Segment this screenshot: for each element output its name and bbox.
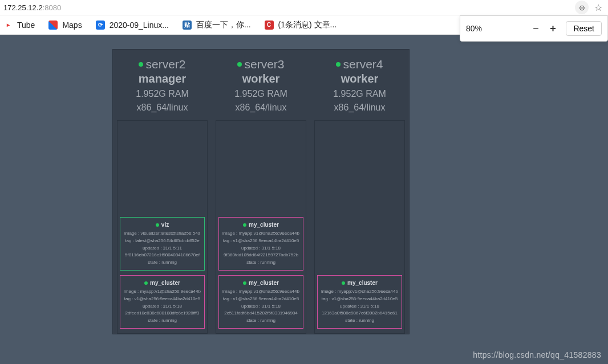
node-task-area: viz image : visualizer:latest@sha256:54d… [117,120,208,334]
url-display[interactable]: 172.25.12.2:8080 [3,3,61,12]
csdn-icon: C [265,21,274,30]
node-arch: x86_64/linux [115,103,209,113]
task-card-viz[interactable]: viz image : visualizer:latest@sha256:54d… [120,217,205,271]
status-dot-icon [237,62,242,67]
task-line: 9f360fdd105dd64f22159727bdb752b [220,252,302,259]
bookmark-label: Tube [17,21,35,30]
status-dot-icon [139,62,143,67]
bookmark-label: (1条消息) 文章... [278,20,337,30]
zoom-indicator-icon[interactable]: ⊖ [575,1,589,14]
node-column-server3: server3 worker 1.952G RAM x86_64/linux m… [212,50,310,334]
node-role: manager [115,72,209,85]
task-name: my_cluster [249,222,279,228]
task-line: state : running [121,259,203,267]
task-name: my_cluster [150,280,180,286]
node-name: server3 [244,58,284,71]
node-ram: 1.952G RAM [313,89,407,99]
zoom-in-button[interactable]: + [544,20,561,37]
task-line: tag : v1@sha256:9eeca44ba2d410e5 [220,296,302,303]
bookmark-youtube[interactable]: ▸Tube [3,21,35,30]
status-dot-icon [336,62,341,67]
task-line: 5f8116eb07216c1f9804084186678ef [121,252,203,259]
zoom-popover: 80% − + Reset [460,15,608,42]
task-name: my_cluster [249,280,279,286]
bookmark-label: 2020-09_Linux... [110,21,169,30]
swarm-board: server2 manager 1.952G RAM x86_64/linux … [112,49,410,334]
task-card-mycluster[interactable]: my_cluster image : myapp:v1@sha256:9eeca… [218,275,303,329]
task-name: viz [161,222,169,228]
task-line: image : myapp:v1@sha256:9eeca44b [319,288,400,296]
task-card-mycluster[interactable]: my_cluster image : myapp:v1@sha256:9eeca… [317,275,402,329]
node-task-area: my_cluster image : myapp:v1@sha256:9eeca… [216,120,306,334]
node-role: worker [313,72,407,85]
watermark-text: https://blog.csdn.net/qq_41582883 [473,350,601,359]
status-dot-icon [144,281,148,285]
zoom-reset-button[interactable]: Reset [566,21,602,36]
status-dot-icon [243,223,246,227]
task-line: image : myapp:v1@sha256:9eeca44b [220,288,302,296]
node-column-server4: server4 worker 1.952G RAM x86_64/linux m… [310,50,409,334]
url-port: :8080 [43,3,62,12]
status-dot-icon [156,223,159,227]
task-line: updated : 31/1 5:11 [121,245,203,252]
task-card-mycluster[interactable]: my_cluster image : myapp:v1@sha256:9eeca… [218,217,303,271]
task-line: updated : 31/1 5:18 [121,303,203,310]
linux-icon: ⟳ [96,21,105,30]
task-line: state : running [220,259,302,267]
youtube-icon: ▸ [3,21,13,30]
task-line: state : running [121,317,203,325]
baidu-icon: 贴 [183,21,192,30]
task-line: 2dfeed10e838c680108dfe6c1928fff3 [121,310,203,317]
node-header: server4 worker 1.952G RAM x86_64/linux [310,50,409,118]
node-header: server3 worker 1.952G RAM x86_64/linux [212,50,310,118]
status-dot-icon [243,281,246,285]
task-line: tag : v1@sha256:9eeca44ba2d410e5 [220,238,302,245]
bookmark-baidu[interactable]: 贴百度一下，你... [183,20,251,30]
task-card-mycluster[interactable]: my_cluster image : myapp:v1@sha256:9eeca… [120,275,205,329]
address-bar: 172.25.12.2:8080 ⊖ ☆ [0,0,608,15]
bookmark-star-icon[interactable]: ☆ [592,2,605,13]
node-arch: x86_64/linux [214,103,308,113]
node-arch: x86_64/linux [313,103,407,113]
bookmark-label: 百度一下，你... [196,20,251,30]
zoom-out-button[interactable]: − [527,20,544,37]
bookmarks-bar: ▸Tube Maps ⟳2020-09_Linux... 贴百度一下，你... … [0,15,608,35]
bookmark-label: Maps [62,21,82,30]
task-name: my_cluster [347,280,378,286]
node-ram: 1.952G RAM [115,89,209,99]
status-dot-icon [342,281,345,285]
task-line: updated : 31/1 5:18 [319,303,400,310]
task-line: image : visualizer:latest@sha256:54d [121,230,203,238]
node-role: worker [214,72,308,85]
task-line: state : running [220,317,302,325]
task-line: state : running [319,317,400,325]
task-line: updated : 31/1 5:18 [220,303,302,310]
task-line: updated : 31/1 5:18 [220,245,302,252]
task-line: tag : latest@sha256:54d65cbcbff52e [121,238,203,245]
task-line: 12163a0f588e9867c6f3982b6415e61 [319,310,400,317]
node-name: server2 [145,58,185,71]
bookmark-linux[interactable]: ⟳2020-09_Linux... [96,21,169,30]
task-line: 2c511fddf6bd415202f5f8331946904 [220,310,302,317]
node-ram: 1.952G RAM [214,89,308,99]
node-name: server4 [343,58,383,71]
maps-icon [48,21,58,30]
node-column-server2: server2 manager 1.952G RAM x86_64/linux … [113,50,212,334]
bookmark-csdn[interactable]: C(1条消息) 文章... [265,20,337,30]
zoom-percentage: 80% [466,24,527,33]
task-line: image : myapp:v1@sha256:9eeca44b [121,288,203,296]
bookmark-maps[interactable]: Maps [48,21,82,30]
task-line: tag : v1@sha256:9eeca44ba2d410e5 [319,296,400,303]
node-task-area: my_cluster image : myapp:v1@sha256:9eeca… [314,120,405,334]
url-host: 172.25.12.2 [3,3,43,12]
visualizer-canvas: server2 manager 1.952G RAM x86_64/linux … [0,35,608,364]
task-line: image : myapp:v1@sha256:9eeca44b [220,230,302,238]
node-header: server2 manager 1.952G RAM x86_64/linux [113,50,212,118]
task-line: tag : v1@sha256:9eeca44ba2d410e5 [121,296,203,303]
